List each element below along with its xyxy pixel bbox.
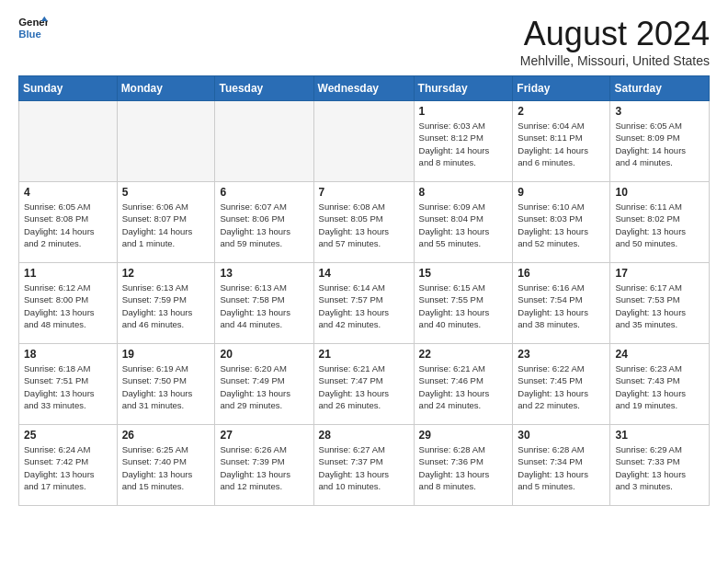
day-info: Sunrise: 6:03 AM Sunset: 8:12 PM Dayligh… — [419, 120, 508, 168]
day-number: 3 — [615, 105, 704, 118]
calendar-cell: 8Sunrise: 6:09 AM Sunset: 8:04 PM Daylig… — [414, 182, 513, 263]
calendar-cell: 30Sunrise: 6:28 AM Sunset: 7:34 PM Dayli… — [513, 425, 610, 506]
day-number: 4 — [24, 186, 112, 199]
calendar-cell — [215, 101, 313, 182]
day-number: 31 — [615, 429, 704, 442]
calendar-cell: 14Sunrise: 6:14 AM Sunset: 7:57 PM Dayli… — [313, 263, 414, 344]
svg-text:Blue: Blue — [18, 29, 41, 40]
day-number: 10 — [615, 186, 704, 199]
day-number: 30 — [518, 429, 605, 442]
day-number: 14 — [319, 267, 409, 280]
calendar-cell: 28Sunrise: 6:27 AM Sunset: 7:37 PM Dayli… — [313, 425, 414, 506]
day-number: 22 — [419, 348, 508, 361]
weekday-header-monday: Monday — [117, 76, 215, 101]
calendar-cell: 15Sunrise: 6:15 AM Sunset: 7:55 PM Dayli… — [414, 263, 513, 344]
day-info: Sunrise: 6:05 AM Sunset: 8:09 PM Dayligh… — [615, 120, 704, 168]
day-number: 7 — [319, 186, 409, 199]
day-number: 1 — [419, 105, 508, 118]
location-title: Mehlville, Missouri, United States — [520, 53, 710, 68]
day-number: 12 — [122, 267, 210, 280]
title-area: August 2024 Mehlville, Missouri, United … — [520, 15, 710, 68]
day-info: Sunrise: 6:16 AM Sunset: 7:54 PM Dayligh… — [518, 282, 605, 330]
week-row-5: 25Sunrise: 6:24 AM Sunset: 7:42 PM Dayli… — [19, 425, 710, 506]
day-info: Sunrise: 6:28 AM Sunset: 7:34 PM Dayligh… — [518, 443, 605, 492]
day-info: Sunrise: 6:11 AM Sunset: 8:02 PM Dayligh… — [615, 201, 704, 249]
day-info: Sunrise: 6:25 AM Sunset: 7:40 PM Dayligh… — [122, 443, 210, 492]
day-info: Sunrise: 6:21 AM Sunset: 7:47 PM Dayligh… — [319, 362, 409, 411]
calendar-cell: 22Sunrise: 6:21 AM Sunset: 7:46 PM Dayli… — [414, 344, 513, 425]
day-number: 9 — [518, 186, 605, 199]
weekday-header-saturday: Saturday — [610, 76, 710, 101]
calendar-cell: 2Sunrise: 6:04 AM Sunset: 8:11 PM Daylig… — [513, 101, 610, 182]
day-number: 27 — [220, 429, 308, 442]
calendar-cell: 7Sunrise: 6:08 AM Sunset: 8:05 PM Daylig… — [313, 182, 414, 263]
weekday-header-row: SundayMondayTuesdayWednesdayThursdayFrid… — [19, 76, 710, 101]
calendar-cell: 29Sunrise: 6:28 AM Sunset: 7:36 PM Dayli… — [414, 425, 513, 506]
calendar-cell: 26Sunrise: 6:25 AM Sunset: 7:40 PM Dayli… — [117, 425, 215, 506]
calendar-table: SundayMondayTuesdayWednesdayThursdayFrid… — [18, 75, 710, 506]
day-number: 5 — [122, 186, 210, 199]
day-info: Sunrise: 6:08 AM Sunset: 8:05 PM Dayligh… — [319, 201, 409, 249]
calendar-cell: 3Sunrise: 6:05 AM Sunset: 8:09 PM Daylig… — [610, 101, 710, 182]
weekday-header-friday: Friday — [513, 76, 610, 101]
calendar-cell: 27Sunrise: 6:26 AM Sunset: 7:39 PM Dayli… — [215, 425, 313, 506]
week-row-2: 4Sunrise: 6:05 AM Sunset: 8:08 PM Daylig… — [19, 182, 710, 263]
calendar-cell — [117, 101, 215, 182]
day-info: Sunrise: 6:28 AM Sunset: 7:36 PM Dayligh… — [419, 443, 508, 492]
week-row-4: 18Sunrise: 6:18 AM Sunset: 7:51 PM Dayli… — [19, 344, 710, 425]
day-info: Sunrise: 6:05 AM Sunset: 8:08 PM Dayligh… — [24, 201, 112, 249]
day-number: 20 — [220, 348, 308, 361]
calendar-cell: 1Sunrise: 6:03 AM Sunset: 8:12 PM Daylig… — [414, 101, 513, 182]
calendar-cell: 19Sunrise: 6:19 AM Sunset: 7:50 PM Dayli… — [117, 344, 215, 425]
calendar-cell: 11Sunrise: 6:12 AM Sunset: 8:00 PM Dayli… — [19, 263, 118, 344]
calendar-cell — [19, 101, 118, 182]
day-number: 28 — [319, 429, 409, 442]
day-number: 16 — [518, 267, 605, 280]
weekday-header-tuesday: Tuesday — [215, 76, 313, 101]
calendar-cell: 10Sunrise: 6:11 AM Sunset: 8:02 PM Dayli… — [610, 182, 710, 263]
logo-icon: General Blue — [18, 15, 48, 40]
calendar-cell: 17Sunrise: 6:17 AM Sunset: 7:53 PM Dayli… — [610, 263, 710, 344]
day-info: Sunrise: 6:20 AM Sunset: 7:49 PM Dayligh… — [220, 362, 308, 411]
day-number: 15 — [419, 267, 508, 280]
day-info: Sunrise: 6:15 AM Sunset: 7:55 PM Dayligh… — [419, 282, 508, 330]
day-number: 13 — [220, 267, 308, 280]
day-number: 26 — [122, 429, 210, 442]
day-number: 29 — [419, 429, 508, 442]
header: General Blue August 2024 Mehlville, Miss… — [18, 15, 710, 68]
week-row-3: 11Sunrise: 6:12 AM Sunset: 8:00 PM Dayli… — [19, 263, 710, 344]
day-info: Sunrise: 6:13 AM Sunset: 7:59 PM Dayligh… — [122, 282, 210, 330]
day-info: Sunrise: 6:22 AM Sunset: 7:45 PM Dayligh… — [518, 362, 605, 411]
calendar-cell: 20Sunrise: 6:20 AM Sunset: 7:49 PM Dayli… — [215, 344, 313, 425]
calendar-cell: 23Sunrise: 6:22 AM Sunset: 7:45 PM Dayli… — [513, 344, 610, 425]
day-info: Sunrise: 6:10 AM Sunset: 8:03 PM Dayligh… — [518, 201, 605, 249]
weekday-header-wednesday: Wednesday — [313, 76, 414, 101]
day-info: Sunrise: 6:29 AM Sunset: 7:33 PM Dayligh… — [615, 443, 704, 492]
weekday-header-thursday: Thursday — [414, 76, 513, 101]
day-info: Sunrise: 6:09 AM Sunset: 8:04 PM Dayligh… — [419, 201, 508, 249]
calendar-cell: 12Sunrise: 6:13 AM Sunset: 7:59 PM Dayli… — [117, 263, 215, 344]
month-title: August 2024 — [520, 15, 710, 53]
day-number: 11 — [24, 267, 112, 280]
day-info: Sunrise: 6:12 AM Sunset: 8:00 PM Dayligh… — [24, 282, 112, 330]
calendar-cell: 18Sunrise: 6:18 AM Sunset: 7:51 PM Dayli… — [19, 344, 118, 425]
calendar-cell: 9Sunrise: 6:10 AM Sunset: 8:03 PM Daylig… — [513, 182, 610, 263]
day-info: Sunrise: 6:27 AM Sunset: 7:37 PM Dayligh… — [319, 443, 409, 492]
day-number: 17 — [615, 267, 704, 280]
day-info: Sunrise: 6:17 AM Sunset: 7:53 PM Dayligh… — [615, 282, 704, 330]
day-number: 6 — [220, 186, 308, 199]
calendar-cell: 21Sunrise: 6:21 AM Sunset: 7:47 PM Dayli… — [313, 344, 414, 425]
calendar-cell: 6Sunrise: 6:07 AM Sunset: 8:06 PM Daylig… — [215, 182, 313, 263]
day-info: Sunrise: 6:04 AM Sunset: 8:11 PM Dayligh… — [518, 120, 605, 168]
calendar-cell: 13Sunrise: 6:13 AM Sunset: 7:58 PM Dayli… — [215, 263, 313, 344]
day-info: Sunrise: 6:26 AM Sunset: 7:39 PM Dayligh… — [220, 443, 308, 492]
day-number: 21 — [319, 348, 409, 361]
day-number: 24 — [615, 348, 704, 361]
calendar-cell: 16Sunrise: 6:16 AM Sunset: 7:54 PM Dayli… — [513, 263, 610, 344]
calendar-cell: 5Sunrise: 6:06 AM Sunset: 8:07 PM Daylig… — [117, 182, 215, 263]
day-number: 23 — [518, 348, 605, 361]
day-info: Sunrise: 6:13 AM Sunset: 7:58 PM Dayligh… — [220, 282, 308, 330]
weekday-header-sunday: Sunday — [19, 76, 118, 101]
calendar-cell: 31Sunrise: 6:29 AM Sunset: 7:33 PM Dayli… — [610, 425, 710, 506]
day-info: Sunrise: 6:24 AM Sunset: 7:42 PM Dayligh… — [24, 443, 112, 492]
